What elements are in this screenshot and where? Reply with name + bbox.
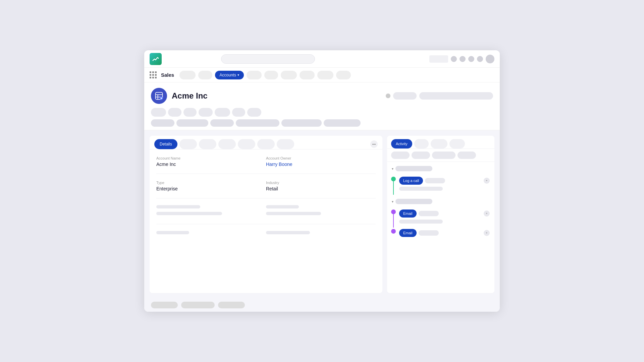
nav-item-8[interactable] bbox=[317, 71, 333, 79]
app-grid-icon[interactable] bbox=[150, 71, 157, 79]
field-ghost-4b bbox=[266, 231, 376, 243]
tl-item-3-header: Email + bbox=[399, 229, 490, 237]
account-name-value: Acme Inc bbox=[156, 162, 266, 167]
sub-tab-4[interactable] bbox=[236, 119, 279, 127]
sub-tab-6[interactable] bbox=[324, 119, 361, 127]
bb-btn-1[interactable] bbox=[151, 302, 178, 308]
tl-btn-log-call[interactable]: Log a call bbox=[399, 177, 423, 185]
account-owner-label: Account Owner bbox=[266, 156, 376, 160]
rp-sub-tabs bbox=[387, 149, 494, 162]
rp-tab-3[interactable] bbox=[431, 139, 447, 148]
tab-3[interactable] bbox=[199, 139, 216, 149]
ph-tab-1[interactable] bbox=[151, 108, 166, 117]
tl-line-purple-1 bbox=[393, 214, 394, 228]
tl-ghost-date-2 bbox=[419, 211, 439, 216]
nav-item-9[interactable] bbox=[336, 71, 351, 79]
timeline-item-3: Email + bbox=[387, 229, 494, 240]
page-sub-tabs bbox=[151, 119, 493, 127]
header-dot-btn[interactable] bbox=[386, 94, 390, 98]
bb-btn-2[interactable] bbox=[181, 302, 215, 308]
rp-sub-2[interactable] bbox=[412, 152, 430, 159]
account-owner-value[interactable]: Harry Boone bbox=[266, 162, 376, 167]
field-ghost-3a bbox=[156, 205, 266, 224]
topbar-dot-2 bbox=[460, 56, 466, 62]
type-label: Type bbox=[156, 181, 266, 185]
nav-item-5[interactable] bbox=[264, 71, 278, 79]
field-row-4 bbox=[156, 231, 376, 243]
tab-6[interactable] bbox=[257, 139, 275, 149]
nav-item-2[interactable] bbox=[198, 71, 212, 79]
ph-tab-5[interactable] bbox=[215, 108, 230, 117]
ts-chevron-icon-2: ▾ bbox=[392, 200, 393, 203]
tab-4[interactable] bbox=[218, 139, 236, 149]
field-account-owner: Account Owner Harry Boone bbox=[266, 156, 376, 174]
ghost-label-3a bbox=[156, 205, 200, 208]
topbar-nav-btn[interactable] bbox=[429, 55, 448, 63]
search-bar[interactable] bbox=[221, 54, 315, 64]
nav-item-7[interactable] bbox=[300, 71, 315, 79]
tl-btn-email-2[interactable]: Email bbox=[399, 229, 417, 237]
nav-item-4[interactable] bbox=[247, 71, 262, 79]
rp-sub-1[interactable] bbox=[391, 152, 410, 159]
tl-item-1-header: Log a call + bbox=[399, 177, 490, 185]
rp-sub-4[interactable] bbox=[458, 152, 476, 159]
tl-dot-purple-2 bbox=[391, 229, 396, 234]
timeline: ▾ Log a call + bbox=[387, 162, 494, 293]
sub-tab-2[interactable] bbox=[176, 119, 208, 127]
rp-tab-4[interactable] bbox=[449, 139, 465, 148]
field-ghost-4a bbox=[156, 231, 266, 243]
sub-tab-1[interactable] bbox=[151, 119, 174, 127]
ph-tab-3[interactable] bbox=[183, 108, 197, 117]
tl-ghost-date-3 bbox=[419, 230, 439, 236]
tab-details[interactable]: Details bbox=[154, 139, 177, 149]
tab-2[interactable] bbox=[179, 139, 197, 149]
nav-item-1[interactable] bbox=[179, 71, 196, 79]
rp-tab-2[interactable] bbox=[414, 139, 429, 148]
ph-tab-6[interactable] bbox=[232, 108, 245, 117]
ghost-value-3b bbox=[266, 212, 321, 215]
tab-5[interactable] bbox=[238, 139, 255, 149]
bb-btn-3[interactable] bbox=[218, 302, 245, 308]
tab-7[interactable] bbox=[277, 139, 294, 149]
timeline-item-1: Log a call + bbox=[387, 175, 494, 197]
header-action-btn-1[interactable] bbox=[393, 92, 417, 100]
rp-sub-3[interactable] bbox=[432, 152, 455, 159]
field-industry: Industry Retail bbox=[266, 181, 376, 198]
header-actions bbox=[386, 92, 493, 100]
tl-action-btn-2[interactable]: + bbox=[484, 210, 490, 217]
field-account-name: Account Name Acme Inc bbox=[156, 156, 266, 174]
timeline-section-header-1: ▾ bbox=[387, 165, 494, 173]
right-panel: Activity ▾ bbox=[387, 136, 494, 293]
ts-chevron-icon-1: ▾ bbox=[392, 167, 393, 171]
header-action-btn-2[interactable] bbox=[419, 92, 493, 100]
field-type: Type Enterprise bbox=[156, 181, 266, 198]
sub-tab-3[interactable] bbox=[210, 119, 234, 127]
type-value: Enterprise bbox=[156, 186, 266, 191]
navbar: Sales Accounts ▾ bbox=[144, 68, 500, 82]
nav-item-accounts[interactable]: Accounts ▾ bbox=[215, 71, 244, 79]
topbar-avatar[interactable] bbox=[486, 55, 494, 63]
nav-item-6[interactable] bbox=[281, 71, 297, 79]
tl-action-btn-3[interactable]: + bbox=[484, 230, 490, 236]
ph-tab-2[interactable] bbox=[168, 108, 181, 117]
ghost-label-4a bbox=[156, 231, 189, 234]
tl-dot-green bbox=[391, 177, 396, 181]
rp-tab-activity[interactable]: Activity bbox=[391, 139, 412, 148]
tl-action-btn-1[interactable]: + bbox=[484, 178, 490, 184]
tl-item-2-header: Email + bbox=[399, 209, 490, 218]
tl-btn-email-1[interactable]: Email bbox=[399, 209, 417, 218]
topbar-right bbox=[429, 55, 494, 63]
field-row-3 bbox=[156, 205, 376, 231]
timeline-section-header-2: ▾ bbox=[387, 197, 494, 205]
industry-label: Industry bbox=[266, 181, 376, 185]
ghost-value-3a bbox=[156, 212, 222, 215]
panel-tabs-more[interactable]: ••• bbox=[370, 140, 378, 148]
field-row-2: Type Enterprise Industry Retail bbox=[156, 181, 376, 205]
ph-tab-7[interactable] bbox=[247, 108, 261, 117]
topbar-dot-1 bbox=[451, 56, 457, 62]
sub-tab-5[interactable] bbox=[281, 119, 322, 127]
tl-detail-2 bbox=[399, 220, 443, 224]
ts-label-1 bbox=[395, 166, 432, 171]
ph-tab-4[interactable] bbox=[199, 108, 213, 117]
field-ghost-3b bbox=[266, 205, 376, 224]
